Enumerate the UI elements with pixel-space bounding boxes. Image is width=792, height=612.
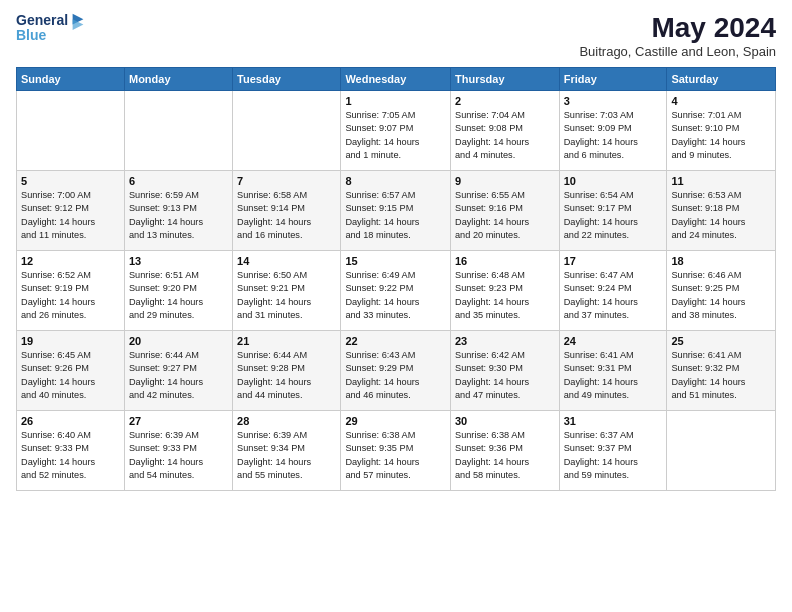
day-info-line: Sunrise: 6:52 AM	[21, 270, 91, 280]
day-info-line: Sunrise: 7:05 AM	[345, 110, 415, 120]
day-info-line: Sunset: 9:34 PM	[237, 443, 305, 453]
day-info-line: Sunrise: 6:44 AM	[237, 350, 307, 360]
day-info: Sunrise: 6:42 AMSunset: 9:30 PMDaylight:…	[455, 349, 555, 402]
calendar-day-29: 29Sunrise: 6:38 AMSunset: 9:35 PMDayligh…	[341, 411, 451, 491]
weekday-header-tuesday: Tuesday	[233, 68, 341, 91]
day-number: 13	[129, 255, 228, 267]
weekday-header-saturday: Saturday	[667, 68, 776, 91]
calendar-day-7: 7Sunrise: 6:58 AMSunset: 9:14 PMDaylight…	[233, 171, 341, 251]
day-number: 8	[345, 175, 446, 187]
title-block: May 2024 Buitrago, Castille and Leon, Sp…	[579, 12, 776, 59]
day-number: 23	[455, 335, 555, 347]
day-info: Sunrise: 6:47 AMSunset: 9:24 PMDaylight:…	[564, 269, 663, 322]
day-number: 20	[129, 335, 228, 347]
day-info-line: Sunset: 9:13 PM	[129, 203, 197, 213]
day-info-line: and 37 minutes.	[564, 310, 629, 320]
day-info-line: Sunset: 9:19 PM	[21, 283, 89, 293]
logo-text-blue: Blue	[16, 28, 46, 43]
day-number: 19	[21, 335, 120, 347]
day-number: 9	[455, 175, 555, 187]
day-info-line: Daylight: 14 hours	[564, 457, 638, 467]
day-info: Sunrise: 6:54 AMSunset: 9:17 PMDaylight:…	[564, 189, 663, 242]
day-info-line: Daylight: 14 hours	[237, 377, 311, 387]
day-info: Sunrise: 6:41 AMSunset: 9:31 PMDaylight:…	[564, 349, 663, 402]
day-info-line: Daylight: 14 hours	[455, 137, 529, 147]
day-info: Sunrise: 7:05 AMSunset: 9:07 PMDaylight:…	[345, 109, 446, 162]
calendar-day-22: 22Sunrise: 6:43 AMSunset: 9:29 PMDayligh…	[341, 331, 451, 411]
day-info-line: and 49 minutes.	[564, 390, 629, 400]
day-info-line: Sunrise: 6:50 AM	[237, 270, 307, 280]
day-info-line: and 26 minutes.	[21, 310, 86, 320]
calendar-day-27: 27Sunrise: 6:39 AMSunset: 9:33 PMDayligh…	[124, 411, 232, 491]
day-info-line: Sunset: 9:27 PM	[129, 363, 197, 373]
day-info: Sunrise: 6:57 AMSunset: 9:15 PMDaylight:…	[345, 189, 446, 242]
day-info-line: Sunrise: 6:48 AM	[455, 270, 525, 280]
day-info-line: Daylight: 14 hours	[345, 377, 419, 387]
day-info-line: and 55 minutes.	[237, 470, 302, 480]
day-info-line: Daylight: 14 hours	[671, 297, 745, 307]
day-number: 15	[345, 255, 446, 267]
day-info-line: Sunset: 9:35 PM	[345, 443, 413, 453]
calendar-week-row: 1Sunrise: 7:05 AMSunset: 9:07 PMDaylight…	[17, 91, 776, 171]
calendar-day-9: 9Sunrise: 6:55 AMSunset: 9:16 PMDaylight…	[451, 171, 560, 251]
calendar-day-28: 28Sunrise: 6:39 AMSunset: 9:34 PMDayligh…	[233, 411, 341, 491]
day-info-line: Daylight: 14 hours	[671, 137, 745, 147]
day-info-line: Sunset: 9:28 PM	[237, 363, 305, 373]
day-info: Sunrise: 6:52 AMSunset: 9:19 PMDaylight:…	[21, 269, 120, 322]
calendar-day-26: 26Sunrise: 6:40 AMSunset: 9:33 PMDayligh…	[17, 411, 125, 491]
day-number: 6	[129, 175, 228, 187]
day-info-line: Sunrise: 6:58 AM	[237, 190, 307, 200]
calendar-empty-cell	[667, 411, 776, 491]
day-info-line: Daylight: 14 hours	[237, 217, 311, 227]
day-info: Sunrise: 6:39 AMSunset: 9:34 PMDaylight:…	[237, 429, 336, 482]
day-info-line: Sunset: 9:31 PM	[564, 363, 632, 373]
day-info-line: and 22 minutes.	[564, 230, 629, 240]
calendar-day-15: 15Sunrise: 6:49 AMSunset: 9:22 PMDayligh…	[341, 251, 451, 331]
day-info-line: Daylight: 14 hours	[345, 297, 419, 307]
day-info: Sunrise: 6:49 AMSunset: 9:22 PMDaylight:…	[345, 269, 446, 322]
calendar-day-16: 16Sunrise: 6:48 AMSunset: 9:23 PMDayligh…	[451, 251, 560, 331]
day-info: Sunrise: 6:55 AMSunset: 9:16 PMDaylight:…	[455, 189, 555, 242]
day-info-line: Sunset: 9:30 PM	[455, 363, 523, 373]
main-title: May 2024	[579, 12, 776, 44]
day-info-line: and 35 minutes.	[455, 310, 520, 320]
day-info-line: Daylight: 14 hours	[564, 217, 638, 227]
day-info: Sunrise: 6:58 AMSunset: 9:14 PMDaylight:…	[237, 189, 336, 242]
day-info-line: and 6 minutes.	[564, 150, 624, 160]
calendar-header: SundayMondayTuesdayWednesdayThursdayFrid…	[17, 68, 776, 91]
day-info-line: Sunset: 9:25 PM	[671, 283, 739, 293]
day-info-line: and 57 minutes.	[345, 470, 410, 480]
day-info-line: Sunrise: 6:42 AM	[455, 350, 525, 360]
weekday-header-wednesday: Wednesday	[341, 68, 451, 91]
day-info-line: Daylight: 14 hours	[21, 217, 95, 227]
day-info-line: Daylight: 14 hours	[129, 457, 203, 467]
day-info: Sunrise: 6:41 AMSunset: 9:32 PMDaylight:…	[671, 349, 771, 402]
calendar-day-25: 25Sunrise: 6:41 AMSunset: 9:32 PMDayligh…	[667, 331, 776, 411]
day-info-line: and 46 minutes.	[345, 390, 410, 400]
day-info-line: Sunrise: 6:45 AM	[21, 350, 91, 360]
calendar-day-19: 19Sunrise: 6:45 AMSunset: 9:26 PMDayligh…	[17, 331, 125, 411]
day-info-line: Daylight: 14 hours	[564, 377, 638, 387]
day-info-line: Sunrise: 6:46 AM	[671, 270, 741, 280]
day-info-line: Sunset: 9:09 PM	[564, 123, 632, 133]
calendar-day-3: 3Sunrise: 7:03 AMSunset: 9:09 PMDaylight…	[559, 91, 667, 171]
calendar-day-8: 8Sunrise: 6:57 AMSunset: 9:15 PMDaylight…	[341, 171, 451, 251]
calendar-day-13: 13Sunrise: 6:51 AMSunset: 9:20 PMDayligh…	[124, 251, 232, 331]
day-number: 25	[671, 335, 771, 347]
day-info-line: Daylight: 14 hours	[21, 377, 95, 387]
day-number: 26	[21, 415, 120, 427]
weekday-header-sunday: Sunday	[17, 68, 125, 91]
day-info-line: and 42 minutes.	[129, 390, 194, 400]
day-info-line: Sunset: 9:33 PM	[129, 443, 197, 453]
day-info-line: and 47 minutes.	[455, 390, 520, 400]
day-info-line: Sunset: 9:17 PM	[564, 203, 632, 213]
day-info-line: Daylight: 14 hours	[129, 217, 203, 227]
day-info-line: Sunrise: 7:01 AM	[671, 110, 741, 120]
calendar-day-24: 24Sunrise: 6:41 AMSunset: 9:31 PMDayligh…	[559, 331, 667, 411]
day-info-line: Sunrise: 6:38 AM	[455, 430, 525, 440]
day-info-line: Sunrise: 7:00 AM	[21, 190, 91, 200]
day-info: Sunrise: 6:53 AMSunset: 9:18 PMDaylight:…	[671, 189, 771, 242]
logo-flag-icon	[69, 12, 87, 30]
day-info: Sunrise: 6:45 AMSunset: 9:26 PMDaylight:…	[21, 349, 120, 402]
calendar-day-14: 14Sunrise: 6:50 AMSunset: 9:21 PMDayligh…	[233, 251, 341, 331]
